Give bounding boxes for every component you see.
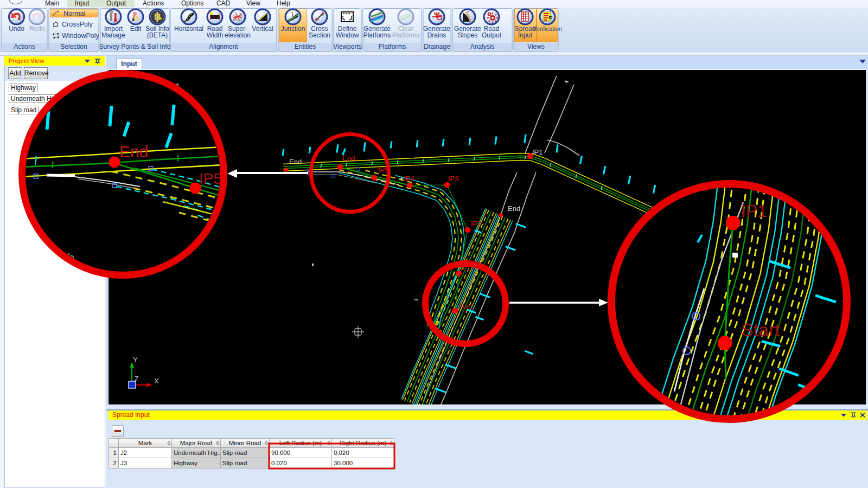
svg-text:Normal: Normal — [63, 10, 85, 17]
svg-text:End: End — [342, 154, 355, 162]
svg-text:Start: Start — [458, 303, 473, 310]
svg-text:Survey Points & Soil Info: Survey Points & Soil Info — [99, 43, 170, 50]
svg-text:Platforms: Platforms — [363, 31, 391, 39]
svg-text:Junction: Junction — [281, 25, 305, 33]
svg-text:Platforms: Platforms — [379, 43, 406, 50]
svg-text:Edit: Edit — [130, 25, 142, 33]
svg-text:Platforms: Platforms — [392, 31, 420, 39]
svg-text:Undo: Undo — [9, 25, 24, 33]
svg-text:Y: Y — [133, 356, 138, 364]
svg-text:IP3: IP3 — [448, 175, 459, 183]
svg-text:Viewports: Viewports — [333, 43, 361, 50]
svg-text:Section: Section — [309, 31, 330, 39]
svg-text:Vertical: Vertical — [252, 25, 273, 33]
svg-text:Verification: Verification — [533, 25, 562, 32]
svg-text:Actions: Actions — [14, 43, 35, 50]
svg-text:Slopes: Slopes — [458, 31, 478, 39]
svg-text:Z: Z — [135, 375, 138, 383]
svg-text:Drains: Drains — [427, 31, 446, 39]
svg-text:Output: Output — [482, 31, 502, 39]
svg-text:IP5: IP5 — [378, 166, 389, 174]
svg-text:End: End — [508, 204, 520, 213]
svg-text:Drainage: Drainage — [424, 43, 450, 50]
svg-text:End: End — [289, 158, 302, 166]
svg-text:WindowPoly: WindowPoly — [62, 32, 100, 40]
svg-text:IP2: IP2 — [471, 220, 482, 228]
svg-text:(BETA): (BETA) — [147, 31, 168, 39]
svg-text:Alignment: Alignment — [209, 43, 238, 50]
svg-text:Views: Views — [527, 43, 545, 50]
svg-text:Horizontal: Horizontal — [174, 25, 203, 33]
svg-text:IP4: IP4 — [404, 175, 414, 183]
svg-text:Redo: Redo — [29, 25, 45, 33]
svg-text:elevation: elevation — [225, 31, 251, 39]
svg-text:Analysis: Analysis — [470, 43, 495, 50]
svg-text:CrossPoly: CrossPoly — [62, 21, 93, 28]
svg-text:IP1: IP1 — [532, 148, 543, 156]
svg-text:Manage: Manage — [101, 31, 125, 39]
svg-text:ad: ad — [171, 81, 178, 89]
svg-text:Selection: Selection — [60, 43, 87, 50]
svg-text:X: X — [154, 377, 159, 385]
svg-text:Window: Window — [336, 31, 359, 39]
svg-text:IP1: IP1 — [461, 265, 470, 272]
svg-text:Entities: Entities — [295, 43, 316, 50]
svg-text:Width: Width — [207, 31, 224, 39]
svg-text:Input: Input — [518, 31, 533, 39]
